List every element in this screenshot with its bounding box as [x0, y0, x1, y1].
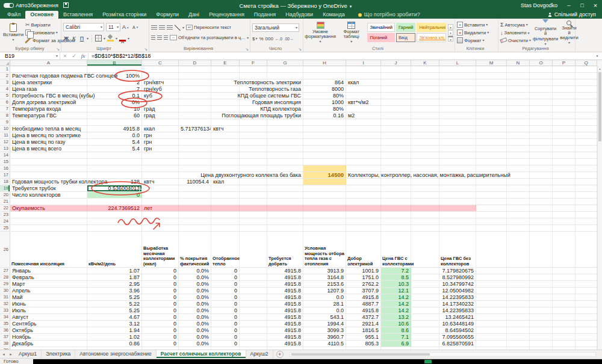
cell-L10[interactable]: [439, 126, 476, 132]
cell-H30[interactable]: 1207.9: [303, 288, 346, 294]
row-header-12[interactable]: 12: [0, 139, 10, 145]
cell-M8[interactable]: [476, 113, 507, 119]
maximize-button[interactable]: [576, 0, 589, 11]
cell-C9[interactable]: [142, 119, 179, 125]
cell-F29[interactable]: [240, 281, 267, 287]
cell-C37[interactable]: 0: [142, 334, 179, 340]
cell-C34[interactable]: 0: [142, 314, 179, 320]
cell-C30[interactable]: 0: [142, 288, 179, 294]
conditional-formatting-button[interactable]: Умовне форматування: [305, 20, 335, 45]
cell-F16[interactable]: [240, 165, 267, 171]
cell-D30[interactable]: 0.0%: [179, 288, 211, 294]
cell-C11[interactable]: грн: [142, 132, 179, 138]
row-header-2[interactable]: 2: [0, 73, 10, 79]
cell-K21[interactable]: [411, 199, 439, 205]
cell-N2[interactable]: [507, 73, 530, 79]
cell-N15[interactable]: [507, 159, 530, 165]
cell-Q17[interactable]: [576, 172, 597, 178]
wrap-text-button[interactable]: Переносити текст: [186, 25, 231, 30]
cell-O13[interactable]: [530, 146, 553, 152]
row-header-23[interactable]: 23: [0, 212, 10, 218]
cell-E13[interactable]: [211, 146, 240, 152]
cell-C7[interactable]: град: [142, 106, 179, 112]
cell-O7[interactable]: [530, 106, 553, 112]
cell-E5[interactable]: [211, 93, 240, 99]
cell-H38[interactable]: 4110.5: [303, 341, 346, 347]
number-format-select[interactable]: Загальний: [252, 23, 299, 32]
cell-E31[interactable]: 0: [211, 294, 240, 300]
cell-G5[interactable]: КПД общее системы ГВС: [267, 93, 303, 99]
cell-O14[interactable]: [530, 152, 553, 158]
cell-D29[interactable]: 0.0%: [179, 281, 211, 287]
cell-M29[interactable]: [476, 281, 507, 287]
cell-E29[interactable]: 0: [211, 281, 240, 287]
cell-B30[interactable]: 3.96: [87, 288, 142, 294]
cell-C19[interactable]: [142, 185, 179, 191]
cell-Q14[interactable]: [576, 152, 597, 158]
cell-B23[interactable]: [87, 212, 142, 218]
cell-B16[interactable]: [87, 165, 142, 171]
cell-B22[interactable]: 224.7369512: [87, 205, 142, 211]
cell-K28[interactable]: [411, 274, 439, 280]
cell-D15[interactable]: [179, 159, 211, 165]
cell-L35[interactable]: 10.63448149: [439, 321, 476, 327]
cell-D11[interactable]: [179, 132, 211, 138]
cell-H14[interactable]: [303, 152, 346, 158]
cell-J2[interactable]: [381, 73, 411, 79]
cell-M32[interactable]: [476, 301, 507, 307]
cell-B11[interactable]: 0.0: [87, 132, 142, 138]
cell-Q3[interactable]: [576, 79, 597, 85]
cell-M27[interactable]: [476, 268, 507, 274]
font-name-dropdown-icon[interactable]: [101, 25, 102, 29]
cell-F31[interactable]: [240, 294, 267, 300]
cell-P35[interactable]: [553, 321, 576, 327]
column-header-Q[interactable]: Q: [576, 60, 597, 66]
clear-dropdown-icon[interactable]: [529, 39, 531, 42]
cell-E19[interactable]: [211, 185, 240, 191]
cell-B17[interactable]: [87, 172, 142, 178]
name-box-dropdown-icon[interactable]: [56, 54, 58, 58]
cell-G23[interactable]: [267, 212, 303, 218]
cell-J7[interactable]: [381, 106, 411, 112]
cell-H7[interactable]: 80%: [303, 106, 346, 112]
cell-Q10[interactable]: [576, 126, 597, 132]
cell-C10[interactable]: ккал: [142, 126, 179, 132]
cell-N19[interactable]: [507, 185, 530, 191]
cell-P5[interactable]: [553, 93, 576, 99]
cell-N29[interactable]: [507, 281, 530, 287]
align-right-button[interactable]: [164, 35, 168, 40]
cell-B8[interactable]: 60: [87, 113, 142, 119]
cell-E27[interactable]: 0: [211, 268, 240, 274]
cell-G13[interactable]: [267, 146, 303, 152]
cell-J32[interactable]: 14.2: [381, 301, 411, 307]
cell-Q15[interactable]: [576, 159, 597, 165]
cell-O23[interactable]: [530, 212, 553, 218]
cell-G35[interactable]: 4915.8: [267, 321, 303, 327]
cell-A23[interactable]: [10, 212, 87, 218]
cell-L27[interactable]: 7.179820675: [439, 268, 476, 274]
cell-J22[interactable]: [381, 205, 411, 211]
cell-D26[interactable]: % покрытия фактический: [179, 232, 211, 267]
cell-A32[interactable]: Июнь: [10, 301, 87, 307]
cell-K20[interactable]: [411, 192, 439, 198]
align-middle-button[interactable]: [159, 25, 165, 30]
cell-Q12[interactable]: [576, 139, 597, 145]
cell-J11[interactable]: [381, 132, 411, 138]
cell-G17[interactable]: Цена двухконтурного коллекта без бака: [267, 172, 303, 178]
cell-P16[interactable]: [553, 165, 576, 171]
cell-J30[interactable]: 12.1: [381, 288, 411, 294]
cell-M24[interactable]: [476, 218, 507, 224]
cell-J31[interactable]: 14.2: [381, 294, 411, 300]
cell-B9[interactable]: [87, 119, 142, 125]
cell-G37[interactable]: 4915.8: [267, 334, 303, 340]
cell-O25[interactable]: [530, 225, 553, 231]
cell-K7[interactable]: [411, 106, 439, 112]
sheet-tab-2[interactable]: Электрика: [42, 350, 75, 358]
gallery-more-icon[interactable]: [448, 36, 453, 42]
cell-C28[interactable]: 0: [142, 274, 179, 280]
cell-O21[interactable]: [530, 199, 553, 205]
cell-H20[interactable]: [303, 192, 346, 198]
cell-B26[interactable]: кВч/м2/день: [87, 232, 142, 267]
cell-L15[interactable]: [439, 159, 476, 165]
cell-D32[interactable]: 0.0%: [179, 301, 211, 307]
